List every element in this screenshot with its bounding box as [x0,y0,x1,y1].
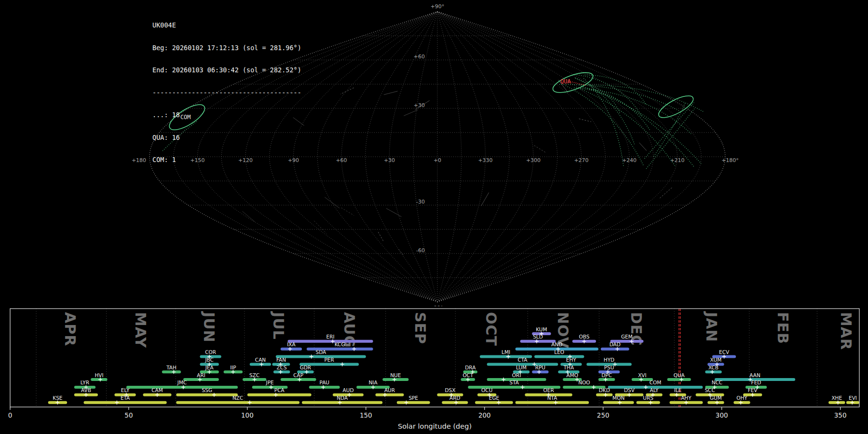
shower-label-aly: ALY [650,387,659,393]
shower-label-jbc: JBC [204,357,213,363]
shower-meteor-trail [575,78,634,144]
x-tick-label: 250 [597,411,610,419]
month-label: MAY [132,312,149,348]
shower-bar-urs [637,401,660,404]
month-label: SEP [412,312,429,344]
x-tick-label: 0 [8,411,13,419]
sporadic-meteor-trail [660,188,672,198]
shower-label-amo: AMO [567,372,579,378]
shower-label-nue: NUE [390,372,401,378]
shower-label-obs: OBS [579,334,589,339]
shower-label-jmc: JMC [177,380,187,385]
sporadic-meteor-trail [639,143,647,151]
sporadic-meteor-trail [243,211,255,222]
shower-label-jea: JEA [205,365,214,370]
shower-label-kse: KSE [53,395,62,401]
shower-label-ncc: NCC [712,380,723,385]
shower-label-lum: LUM [516,365,527,370]
shower-label-xcb: XCB [708,365,719,370]
shower-label-eta: ETA [121,395,130,401]
x-axis-title: Solar longitude (deg) [398,422,472,430]
shower-label-eri: ERI [326,334,335,339]
shower-meteor-trail [579,88,676,166]
shower-label-hvi: HVI [95,372,103,378]
longitude-label: +330 [478,157,492,163]
shower-label-ohy: OHY [736,395,747,401]
shower-label-oct: OCT [462,372,474,378]
x-tick-label: 150 [360,411,372,419]
sporadic-meteor-trail [340,88,354,94]
end-time: End: 20260103 06:30:42 (sol = 282.52°) [152,67,301,74]
observation-info-panel: UK004E Beg: 20260102 17:12:13 (sol = 281… [152,7,301,179]
shower-label-dra: DRA [465,365,476,370]
shower-label-aan: AAN [749,372,760,378]
shower-label-urs: URS [643,395,653,401]
sporadic-meteor-trail [404,110,418,116]
month-label: JUL [270,311,287,340]
shower-label-kum: KUM [536,326,547,332]
meridian-line [437,12,605,302]
sporadic-meteor-trail [579,119,591,122]
longitude-label: +0 [434,157,441,163]
shower-label-scc: SCC [705,387,715,393]
shower-bar-nda [302,401,382,404]
shower-label-hyd: HYD [604,357,614,363]
gmn-radiant-plot: +180+150+120+90+60+30+0+330+300+270+240+… [0,0,868,434]
shower-label-xum: XUM [710,357,721,363]
latitude-label: +60 [414,54,425,60]
shower-label-dsv: DSV [624,387,635,393]
latitude-label: +90° [431,3,445,10]
latitude-label: +30 [414,102,425,108]
sporadic-meteor-trail [481,192,489,206]
shower-label-zcs: ZCS [277,365,287,370]
shower-meteor-trail [583,78,624,166]
sporadic-meteor-trail [384,91,398,95]
shower-bar-leo [534,355,584,358]
x-tick-label: 200 [478,411,491,419]
shower-label-dad: DAD [610,341,621,347]
shower-bar-nzc [176,401,299,404]
x-tick-label: 100 [241,411,254,419]
latitude-label: -60 [416,247,425,254]
month-label: JAN [703,311,720,342]
shower-label-ecv: ECV [719,349,730,355]
month-label: APR [62,312,79,346]
shower-bar-nta [515,401,589,404]
shower-label-nzc: NZC [232,395,243,401]
shower-bar-sda [276,355,366,358]
shower-label-gum: GUM [710,395,722,401]
latitude-labels: +90°+60+30-30-60-90° [414,3,445,306]
shower-bar-tah [162,370,181,373]
shower-label-ixa: IXA [287,341,296,347]
shower-label-evi: EVI [849,395,857,401]
shower-label-ahy: AHY [681,395,692,401]
shower-bar-aur [376,393,404,396]
shower-bar-dad [601,348,629,351]
shower-label-fev: FEV [748,387,758,393]
shower-label-fed: FED [751,380,761,385]
shower-label-sta: STA [510,380,519,385]
shower-label-pca: PCA [274,387,285,393]
shower-label-avb: AVB [81,387,91,393]
month-label: JUN [201,311,217,343]
meridian-line [437,12,557,302]
shower-label-dsx: DSX [445,387,456,393]
shower-meteor-trail [575,78,693,166]
count-qua: QUA: 16 [152,134,301,142]
shower-label-gdr: GDR [300,365,312,370]
longitude-label: +60 [336,157,347,163]
shower-label-nia: NIA [369,380,378,385]
count-sporadic: ...: 18 [152,111,301,119]
month-label: FEB [774,312,791,344]
longitude-label: +180 [132,157,146,163]
shower-label-leo: LEO [554,349,564,355]
shower-label-dpc: DPC [601,372,612,378]
shower-label-szc: SZC [249,372,259,378]
x-tick-label: 300 [716,411,728,419]
shower-label-ard: ARD [449,395,461,401]
shower-bar-eri [288,340,373,343]
shower-label-qua: QUA [674,372,685,378]
shower-label-rpu: RPU [535,365,545,370]
shower-label-lyr: LYR [81,380,89,385]
sky-map: +180+150+120+90+60+30+0+330+300+270+240+… [0,0,868,306]
